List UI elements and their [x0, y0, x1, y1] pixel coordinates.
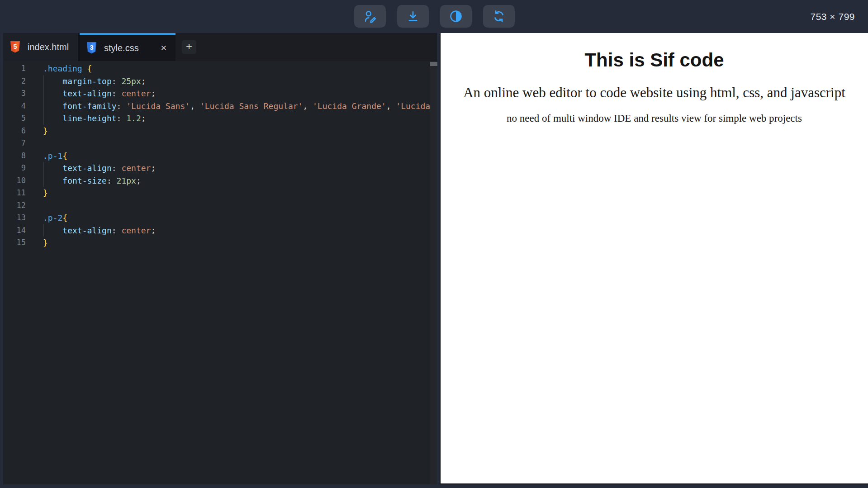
scrollbar-marker[interactable] [430, 62, 437, 66]
editor-row: 1.heading {2 margin-top: 25px;3 text-ali… [3, 61, 437, 484]
indent-guide [43, 162, 44, 175]
preview-paragraph-1: An online web editor to code website usi… [441, 85, 868, 101]
line-number: 2 [3, 75, 30, 88]
code-line[interactable]: 10 font-size: 21px; [3, 175, 430, 187]
indent-guide [43, 75, 44, 88]
editor-pane: 5 index.html 3 style.css ✕ [0, 33, 437, 484]
code-text: .p-1{ [43, 150, 67, 162]
indent-guide [43, 112, 44, 125]
line-number: 4 [3, 100, 30, 113]
line-number: 14 [3, 224, 30, 237]
line-number: 1 [3, 62, 30, 75]
line-number: 12 [3, 199, 30, 212]
code-text: .heading { [43, 62, 92, 75]
close-tab-icon[interactable]: ✕ [159, 43, 168, 53]
code-text: .p-2{ [43, 212, 67, 224]
code-line[interactable]: 15} [3, 237, 430, 249]
preview-dimensions-label: 753 × 799 [810, 11, 855, 22]
topbar-buttons [354, 5, 515, 28]
code-line[interactable]: 14 text-align: center; [3, 224, 430, 237]
topbar: 753 × 799 [0, 0, 868, 33]
new-tab-button[interactable]: + [182, 40, 196, 54]
code-editor[interactable]: 1.heading {2 margin-top: 25px;3 text-ali… [3, 61, 430, 484]
code-text: text-align: center; [43, 87, 156, 100]
indent-guide [43, 175, 44, 187]
tab-style-css[interactable]: 3 style.css ✕ [80, 33, 175, 61]
line-number: 5 [3, 112, 30, 125]
code-line[interactable]: 4 font-family: 'Lucida Sans', 'Lucida Sa… [3, 100, 430, 113]
line-number: 15 [3, 237, 30, 249]
line-number: 6 [3, 125, 30, 137]
code-line[interactable]: 12 [3, 199, 430, 212]
code-text: text-align: center; [43, 224, 156, 237]
code-text: } [43, 187, 48, 199]
line-number: 13 [3, 212, 30, 224]
refresh-button[interactable] [483, 5, 515, 28]
code-text: margin-top: 25px; [43, 75, 146, 88]
line-number: 11 [3, 187, 30, 199]
user-edit-button[interactable] [354, 5, 386, 28]
code-text: } [43, 125, 48, 137]
line-number: 9 [3, 162, 30, 175]
app-window: 753 × 799 5 index.html [0, 0, 868, 488]
download-button[interactable] [397, 5, 429, 28]
line-number: 7 [3, 137, 30, 150]
line-number: 10 [3, 175, 30, 187]
code-line[interactable]: 1.heading { [3, 62, 430, 75]
code-text: font-size: 21px; [43, 175, 141, 187]
line-number: 8 [3, 150, 30, 162]
svg-text:3: 3 [90, 44, 94, 51]
line-number: 3 [3, 87, 30, 100]
code-line[interactable]: 9 text-align: center; [3, 162, 430, 175]
css3-icon: 3 [86, 42, 97, 54]
preview-pane: This is Sif code An online web editor to… [440, 33, 868, 484]
tab-index-html[interactable]: 5 index.html [3, 33, 80, 61]
html5-icon: 5 [10, 41, 20, 53]
tab-bar: 5 index.html 3 style.css ✕ [3, 33, 437, 61]
code-line[interactable]: 6} [3, 125, 430, 137]
indent-guide [43, 224, 44, 237]
preview-heading: This is Sif code [441, 49, 868, 71]
code-line[interactable]: 13.p-2{ [3, 212, 430, 224]
indent-guide [43, 100, 44, 113]
preview-paragraph-2: no need of multi window IDE and results … [441, 113, 868, 124]
code-line[interactable]: 2 margin-top: 25px; [3, 75, 430, 88]
code-text: } [43, 237, 48, 249]
bottom-strip [0, 484, 868, 488]
tab-label: style.css [104, 43, 139, 53]
code-text: text-align: center; [43, 162, 156, 175]
theme-contrast-button[interactable] [440, 5, 472, 28]
svg-text:5: 5 [14, 43, 17, 50]
indent-guide [43, 87, 44, 100]
editor-scrollbar[interactable] [430, 61, 437, 484]
tab-label: index.html [28, 42, 69, 52]
code-text: font-family: 'Lucida Sans', 'Lucida Sans… [43, 100, 430, 113]
code-line[interactable]: 3 text-align: center; [3, 87, 430, 100]
code-line[interactable]: 11} [3, 187, 430, 199]
main-area: 5 index.html 3 style.css ✕ [0, 33, 868, 484]
user-edit-icon [363, 9, 377, 23]
code-line[interactable]: 8.p-1{ [3, 150, 430, 162]
code-line[interactable]: 5 line-height: 1.2; [3, 112, 430, 125]
editor-lines: 1.heading {2 margin-top: 25px;3 text-ali… [3, 62, 430, 249]
code-line[interactable]: 7 [3, 137, 430, 150]
refresh-icon [492, 9, 506, 23]
code-text: line-height: 1.2; [43, 112, 146, 125]
download-icon [406, 9, 420, 23]
contrast-icon [449, 9, 463, 24]
